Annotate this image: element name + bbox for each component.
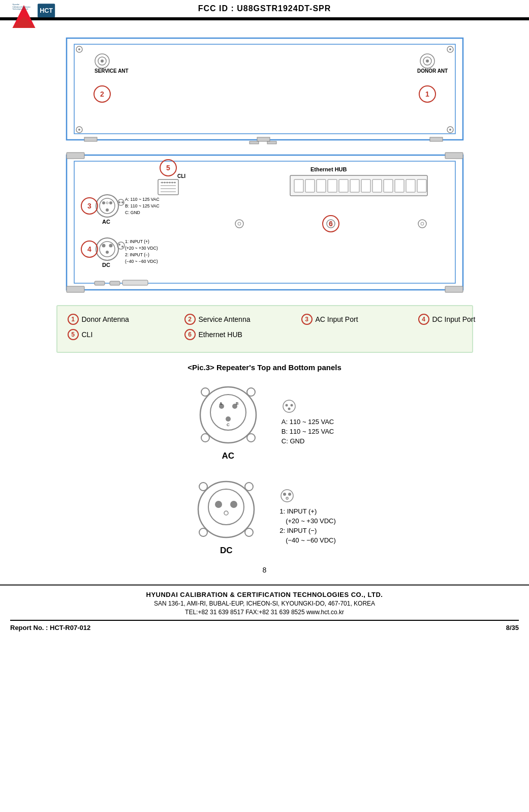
- svg-text:C: GND: C: GND: [125, 210, 140, 215]
- svg-text:2: 2: [100, 90, 104, 98]
- svg-point-73: [164, 182, 165, 184]
- svg-point-12: [449, 48, 451, 50]
- legend-label-2: Service Antenna: [199, 315, 251, 323]
- svg-point-10: [78, 48, 80, 50]
- svg-point-114: [247, 434, 255, 442]
- legend-num-3: 3: [301, 314, 313, 325]
- svg-point-77: [174, 182, 175, 184]
- svg-rect-88: [384, 179, 393, 192]
- svg-point-130: [245, 528, 253, 536]
- legend-label-6: Ethernet HUB: [199, 330, 242, 339]
- dc-connector-svg: [193, 476, 259, 543]
- svg-text:Ethernet HUB: Ethernet HUB: [310, 166, 347, 172]
- svg-rect-33: [267, 141, 276, 144]
- legend-num-5: 5: [68, 329, 79, 340]
- svg-rect-85: [350, 179, 359, 192]
- svg-point-112: [247, 388, 255, 396]
- dc-spec-2a: (−40 ~ −60 VDC): [279, 536, 336, 544]
- svg-rect-89: [395, 179, 404, 192]
- hct-logo: HCT Hyundai Calibration & Certification …: [10, 3, 56, 31]
- dc-label: DC: [220, 546, 233, 556]
- legend-item-6: 6 Ethernet HUB: [184, 329, 286, 340]
- svg-rect-81: [305, 179, 315, 192]
- svg-rect-109: [122, 280, 148, 285]
- svg-point-134: [224, 511, 228, 515]
- svg-text:CLI: CLI: [177, 173, 185, 179]
- svg-point-136: [283, 493, 286, 496]
- legend-num-4: 4: [418, 314, 429, 325]
- svg-text:(−40 ~ −60 VDC): (−40 ~ −60 VDC): [125, 259, 158, 264]
- legend-row-1: 1 Donor Antenna 2 Service Antenna 3 AC I…: [68, 314, 462, 325]
- footer-page-num: 8/35: [506, 624, 519, 631]
- legend-row-2: 5 CLI 6 Ethernet HUB: [68, 329, 462, 340]
- svg-rect-80: [294, 179, 303, 192]
- svg-point-110: [200, 387, 256, 443]
- dc-spec-1a: (+20 ~ +30 VDC): [279, 517, 336, 525]
- svg-point-133: [230, 501, 237, 508]
- legend-item-3: 3 AC Input Port: [301, 314, 403, 325]
- dc-diagram-row: DC 1: INPUT (+) (+20 ~ +30 VDC) 2: INPUT…: [193, 476, 336, 556]
- legend-item-4: 4 DC Input Port: [418, 314, 520, 325]
- footer-address: SAN 136-1, AMI-RI, BUBAL-EUP, ICHEON-SI,…: [10, 600, 519, 607]
- svg-rect-108: [110, 281, 120, 285]
- footer-company-name: HYUNDAI CALIBRATION & CERTIFICATION TECH…: [10, 591, 519, 598]
- svg-point-76: [171, 182, 173, 184]
- diagram-caption: <Pic.3> Repeater's Top and Bottom panels: [15, 363, 514, 372]
- svg-point-135: [281, 490, 293, 502]
- ac-connector-svg: A B C: [195, 382, 261, 448]
- svg-point-74: [166, 182, 168, 184]
- svg-text:C: C: [227, 423, 230, 427]
- legend-num-2: 2: [184, 314, 196, 325]
- svg-rect-29: [84, 137, 97, 141]
- svg-point-19: [101, 59, 104, 63]
- dc-spec-2: 2: INPUT (−): [279, 527, 336, 534]
- legend-label-4: DC Input Port: [432, 315, 476, 323]
- dc-small-connector: [279, 488, 295, 503]
- legend-label-5: CLI: [82, 330, 93, 339]
- svg-rect-32: [250, 141, 259, 144]
- bottom-panel-svg: AC A: 110 ~ 125 VAC B: 110 ~ 125 VAC C: …: [56, 150, 473, 297]
- fcc-id-title: FCC ID : U88GSTR1924DT-SPR: [198, 4, 331, 13]
- svg-point-132: [215, 501, 222, 508]
- svg-point-55: [102, 244, 105, 248]
- ac-small-connector: [282, 399, 297, 414]
- ac-label: AC: [222, 451, 234, 461]
- svg-point-111: [201, 388, 209, 396]
- svg-text:B: B: [236, 401, 238, 406]
- svg-point-64: [118, 244, 120, 246]
- svg-text:3: 3: [87, 202, 91, 210]
- ac-spec-c: C: GND: [282, 437, 334, 445]
- svg-rect-37: [445, 153, 463, 159]
- svg-point-137: [288, 493, 291, 496]
- svg-point-125: [288, 407, 290, 410]
- svg-text:Calibration & Certification: Calibration & Certification: [13, 6, 31, 8]
- svg-text:B: 110 ~ 125 VAC: B: 110 ~ 125 VAC: [125, 203, 160, 208]
- svg-rect-30: [257, 137, 270, 141]
- svg-rect-90: [406, 179, 415, 192]
- svg-text:AC: AC: [102, 219, 110, 225]
- legend-num-1: 1: [68, 314, 79, 325]
- svg-text:6: 6: [329, 220, 333, 228]
- svg-text:Hyundai: Hyundai: [13, 4, 19, 6]
- footer-report-no: Report No. : HCT-R07-012: [10, 624, 90, 631]
- ac-connector-area: A B C AC: [195, 382, 261, 461]
- footer-contact: TEL:+82 31 639 8517 FAX:+82 31 639 8525 …: [10, 609, 519, 616]
- page-footer: HYUNDAI CALIBRATION & CERTIFICATION TECH…: [0, 584, 529, 634]
- svg-rect-31: [430, 137, 443, 141]
- svg-point-52: [121, 201, 123, 203]
- svg-point-57: [106, 251, 109, 254]
- footer-bottom-row: Report No. : HCT-R07-012 8/35: [10, 620, 519, 631]
- svg-point-51: [118, 201, 120, 203]
- svg-rect-82: [317, 179, 326, 192]
- svg-point-65: [121, 246, 123, 248]
- legend-item-2: 2 Service Antenna: [184, 314, 286, 325]
- svg-rect-39: [445, 286, 463, 292]
- ac-spec-a: A: 110 ~ 125 VAC: [282, 418, 334, 426]
- legend-item-5: 5 CLI: [68, 329, 169, 340]
- svg-text:2: INPUT (−): 2: INPUT (−): [125, 252, 149, 257]
- svg-point-14: [78, 129, 80, 131]
- svg-text:(+20 ~ +30 VDC): (+20 ~ +30 VDC): [125, 246, 158, 251]
- svg-text:HCT: HCT: [40, 7, 53, 14]
- svg-point-43: [109, 201, 112, 204]
- svg-text:Technologies Co., Ltd.: Technologies Co., Ltd.: [13, 8, 28, 10]
